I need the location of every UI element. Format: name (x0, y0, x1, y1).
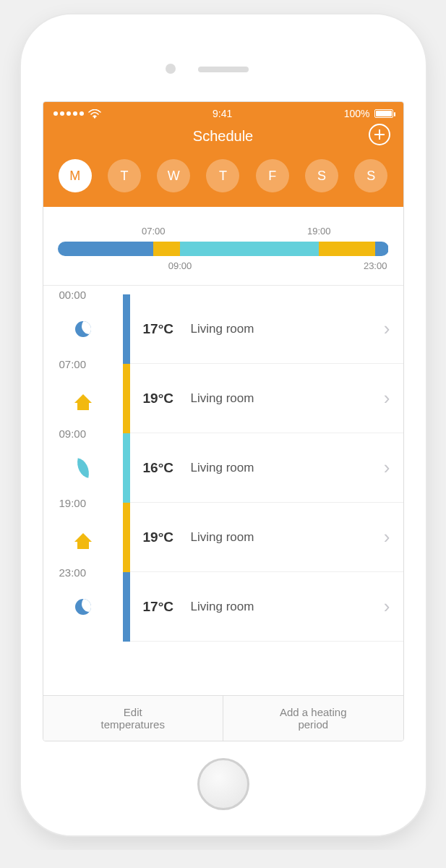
battery-percent: 100% (344, 108, 370, 119)
status-right: 100% (344, 108, 393, 119)
page-title: Schedule (193, 128, 253, 145)
app-screen: 9:41 100% Schedule MTWTFSS 07:0019:00 09… (43, 101, 404, 741)
period-list: 00:0017°CLiving room›07:0019°CLiving roo… (43, 286, 403, 695)
period-room: Living room (191, 461, 254, 475)
period-row-button[interactable]: 16°CLiving room› (130, 433, 403, 503)
period-color-bar (123, 572, 130, 642)
status-bar: 9:41 100% (43, 102, 403, 122)
period-row: 00:0017°CLiving room› (43, 294, 403, 364)
house-icon (73, 388, 93, 409)
period-start-time: 00:00 (59, 289, 87, 301)
period-left: 07:00 (43, 364, 123, 433)
timeline-bar[interactable] (58, 242, 389, 256)
day-tab-4[interactable]: F (256, 159, 289, 192)
timeline-label: 19:00 (307, 226, 331, 237)
day-tab-3[interactable]: T (206, 159, 239, 192)
svg-point-0 (93, 116, 95, 118)
day-tabs: MTWTFSS (43, 155, 403, 207)
moon-icon (73, 319, 93, 339)
period-color-bar (123, 433, 130, 503)
period-left: 00:00 (43, 294, 123, 364)
period-temperature: 19°C (143, 529, 185, 545)
period-row: 23:0017°CLiving room› (43, 572, 403, 642)
timeline-top-labels: 07:0019:00 (58, 226, 389, 237)
house-icon (73, 527, 93, 548)
period-temperature: 19°C (143, 391, 185, 407)
period-room: Living room (191, 322, 254, 336)
footer-actions: Edit temperatures Add a heating period (43, 695, 403, 741)
period-start-time: 19:00 (59, 497, 87, 509)
period-temperature: 17°C (143, 321, 185, 337)
phone-speaker (198, 67, 249, 72)
period-start-time: 09:00 (59, 427, 87, 440)
period-row-button[interactable]: 17°CLiving room› (130, 572, 403, 642)
timeline-segment (153, 242, 180, 256)
period-color-bar (123, 503, 130, 572)
timeline-label: 09:00 (168, 260, 192, 271)
day-tab-5[interactable]: S (305, 159, 338, 192)
timeline-segment (58, 242, 154, 256)
signal-dots-icon (53, 111, 84, 116)
leaf-icon (73, 458, 93, 478)
period-room: Living room (191, 530, 254, 545)
period-color-bar (123, 294, 130, 364)
chevron-right-icon: › (384, 318, 390, 340)
period-room: Living room (191, 600, 254, 614)
timeline-segment (375, 242, 388, 256)
period-row: 07:0019°CLiving room› (43, 364, 403, 433)
add-heating-period-button[interactable]: Add a heating period (223, 696, 403, 741)
title-row: Schedule (43, 122, 403, 155)
period-left: 23:00 (43, 572, 123, 642)
timeline-segment (180, 242, 319, 256)
edit-temperatures-button[interactable]: Edit temperatures (43, 696, 223, 741)
period-color-bar (123, 364, 130, 433)
phone-frame: 9:41 100% Schedule MTWTFSS 07:0019:00 09… (21, 14, 426, 835)
status-left (53, 109, 101, 119)
period-row-button[interactable]: 19°CLiving room› (130, 503, 403, 572)
chevron-right-icon: › (384, 387, 390, 409)
wifi-icon (88, 109, 101, 119)
period-temperature: 17°C (143, 599, 185, 615)
phone-home-button[interactable] (197, 758, 249, 810)
status-time: 9:41 (213, 108, 232, 119)
day-tab-0[interactable]: M (59, 159, 92, 192)
chevron-right-icon: › (384, 456, 390, 479)
moon-icon (73, 597, 93, 617)
battery-icon (374, 109, 393, 118)
chevron-right-icon: › (384, 595, 390, 618)
day-tab-2[interactable]: W (157, 159, 190, 192)
phone-camera (166, 64, 176, 74)
period-row: 09:0016°CLiving room› (43, 433, 403, 503)
period-row-button[interactable]: 17°CLiving room› (130, 294, 403, 364)
period-room: Living room (191, 391, 254, 406)
period-temperature: 16°C (143, 460, 185, 476)
timeline-label: 23:00 (364, 260, 387, 271)
period-left: 19:00 (43, 503, 123, 572)
day-tab-6[interactable]: S (354, 159, 387, 192)
timeline-segment (319, 242, 375, 256)
timeline-section: 07:0019:00 09:0023:00 (43, 207, 403, 286)
period-row: 19:0019°CLiving room› (43, 503, 403, 572)
period-start-time: 07:00 (59, 358, 87, 370)
chevron-right-icon: › (384, 526, 390, 548)
period-left: 09:00 (43, 433, 123, 503)
period-row-button[interactable]: 19°CLiving room› (130, 364, 403, 433)
app-header: 9:41 100% Schedule MTWTFSS (43, 102, 403, 207)
period-start-time: 23:00 (59, 566, 87, 579)
timeline-label: 07:00 (142, 226, 166, 237)
day-tab-1[interactable]: T (108, 159, 141, 192)
timeline-bottom-labels: 09:0023:00 (58, 260, 389, 272)
add-button[interactable] (369, 124, 390, 145)
